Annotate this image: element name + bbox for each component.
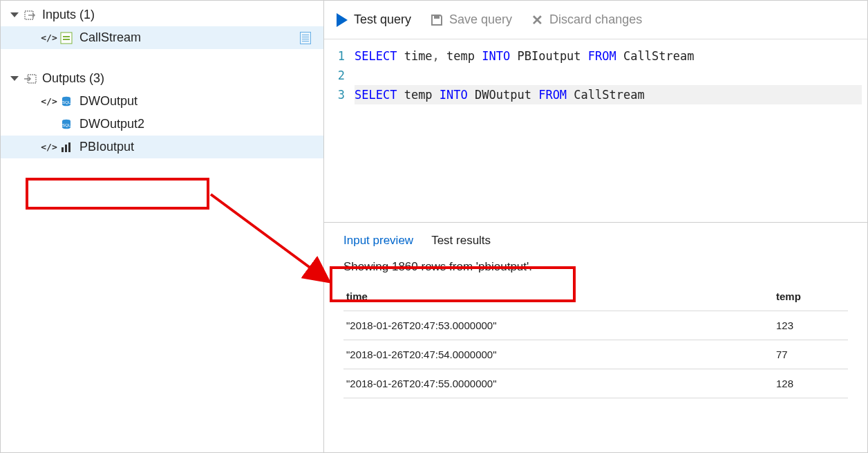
line-code[interactable]: [355, 66, 862, 85]
editor-line[interactable]: 1SELECT time, temp INTO PBIoutput FROM C…: [324, 46, 862, 66]
test-query-button[interactable]: Test query: [337, 12, 411, 27]
col-header-temp: temp: [776, 290, 845, 302]
table-header: time temp: [343, 282, 848, 311]
cell-temp: 123: [776, 320, 845, 331]
inputs-header[interactable]: Inputs (1): [1, 5, 323, 26]
caret-down-icon: [10, 12, 19, 17]
query-editor[interactable]: 1SELECT time, temp INTO PBIoutput FROM C…: [324, 39, 867, 222]
tab-input-preview[interactable]: Input preview: [343, 234, 413, 248]
sample-file-icon[interactable]: [300, 32, 311, 44]
editor-line[interactable]: 3SELECT temp INTO DWOutput FROM CallStre…: [324, 85, 862, 104]
results-table: time temp "2018-01-26T20:47:53.0000000"1…: [324, 282, 867, 398]
outputs-header[interactable]: Outputs (3): [1, 68, 323, 90]
svg-rect-2: [63, 36, 70, 37]
table-row[interactable]: "2018-01-26T20:47:55.0000000"128: [343, 369, 848, 398]
line-code[interactable]: SELECT temp INTO DWOutput FROM CallStrea…: [355, 85, 862, 104]
code-ref-icon: [42, 96, 56, 107]
line-number: 2: [324, 66, 355, 85]
line-number: 1: [324, 46, 355, 66]
col-header-time: time: [346, 290, 776, 302]
table-row[interactable]: "2018-01-26T20:47:53.0000000"123: [343, 311, 848, 340]
save-icon: [431, 14, 443, 26]
tree-item-label: DWOutput2: [79, 117, 144, 131]
tree-item-label: PBIoutput: [79, 140, 134, 154]
cell-temp: 128: [776, 378, 845, 389]
outputs-icon: [24, 73, 37, 85]
sidebar-output-item[interactable]: SQLDWOutput2: [1, 113, 323, 136]
main-panel: Test query Save query ✕ Discard changes …: [324, 1, 867, 452]
line-number: 3: [324, 85, 355, 104]
cell-time: "2018-01-26T20:47:53.0000000": [346, 320, 776, 331]
svg-rect-9: [62, 147, 64, 152]
svg-rect-11: [68, 142, 70, 152]
app-root: Inputs (1) CallStream Outputs (3) SQLDWO…: [0, 0, 868, 453]
stream-icon: [60, 32, 73, 44]
svg-rect-1: [61, 33, 72, 44]
tree-item-label: DWOutput: [79, 94, 138, 109]
results-panel: Input preview Test results Showing 1860 …: [324, 222, 867, 452]
play-icon: [337, 13, 348, 27]
powerbi-icon: [60, 141, 73, 154]
tab-test-results[interactable]: Test results: [431, 234, 491, 248]
code-ref-icon: [42, 33, 56, 44]
query-toolbar: Test query Save query ✕ Discard changes: [324, 1, 867, 39]
svg-rect-10: [65, 145, 67, 152]
cell-time: "2018-01-26T20:47:55.0000000": [346, 378, 776, 389]
sidebar-output-item[interactable]: PBIoutput: [1, 136, 323, 158]
sql-database-icon: SQL: [60, 118, 73, 131]
save-query-button[interactable]: Save query: [431, 12, 512, 27]
discard-changes-button[interactable]: ✕ Discard changes: [531, 12, 642, 27]
inputs-icon: [24, 9, 37, 21]
inputs-label: Inputs (1): [42, 8, 95, 22]
outputs-label: Outputs (3): [42, 71, 104, 86]
svg-rect-3: [63, 39, 70, 40]
table-row[interactable]: "2018-01-26T20:47:54.0000000"77: [343, 340, 848, 369]
cell-temp: 77: [776, 349, 845, 360]
results-tabs: Input preview Test results: [324, 223, 867, 255]
close-icon: ✕: [531, 13, 543, 27]
svg-text:SQL: SQL: [62, 100, 71, 104]
line-code[interactable]: SELECT time, temp INTO PBIoutput FROM Ca…: [355, 46, 862, 66]
editor-line[interactable]: 2: [324, 66, 862, 85]
svg-text:SQL: SQL: [62, 123, 71, 127]
sidebar: Inputs (1) CallStream Outputs (3) SQLDWO…: [1, 1, 324, 452]
results-status: Showing 1860 rows from 'pbioutput'.: [324, 255, 867, 282]
cell-time: "2018-01-26T20:47:54.0000000": [346, 349, 776, 360]
sidebar-input-item[interactable]: CallStream: [1, 26, 323, 49]
caret-down-icon: [10, 76, 19, 81]
sql-database-icon: SQL: [60, 95, 73, 108]
code-ref-icon: [42, 142, 56, 153]
tree-item-label: CallStream: [79, 30, 141, 45]
sidebar-output-item[interactable]: SQLDWOutput: [1, 90, 323, 113]
results-status-text: Showing 1860 rows from 'pbioutput'.: [343, 260, 532, 274]
